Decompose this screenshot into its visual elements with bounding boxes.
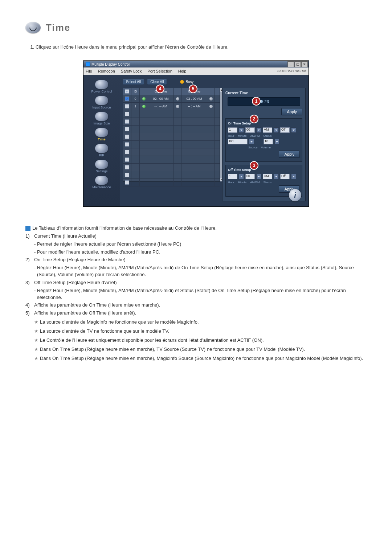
desc-4: Affiche les paramètres de On Time (Heure… (34, 302, 367, 309)
row-checkbox[interactable] (125, 173, 129, 177)
row-checkbox[interactable] (125, 142, 129, 147)
table-row[interactable] (123, 110, 220, 118)
desc-1-title: Current Time (Heure Actuelle) (34, 233, 367, 240)
lbl-ampm: AM/PM (250, 134, 260, 138)
row-checkbox[interactable] (125, 104, 129, 108)
on-status-input[interactable]: Off (280, 127, 290, 133)
row-checkbox[interactable] (125, 165, 129, 169)
select-all-button[interactable]: Select All (123, 79, 144, 85)
dropdown-icon[interactable] (274, 127, 279, 133)
dropdown-icon[interactable] (256, 127, 261, 133)
table-row[interactable] (123, 141, 220, 148)
lbl-ampm: AM/PM (250, 181, 260, 184)
table-row[interactable] (123, 148, 220, 156)
description-block: Le Tableau d'Information fournit l'infor… (25, 225, 367, 362)
dropdown-icon[interactable] (239, 174, 244, 179)
row-checkbox[interactable] (125, 127, 129, 131)
sidebar-item-time[interactable]: Time (95, 128, 108, 141)
dot-icon (176, 97, 179, 100)
desc-5: Affiche les paramètres de Off Time (Heur… (34, 310, 367, 317)
on-volume-input[interactable]: 10 (264, 139, 273, 144)
status-led-icon (142, 105, 146, 108)
callout-badge-2: 2 (250, 115, 258, 123)
row-checkbox[interactable] (125, 150, 129, 154)
sidebar: Power Control Input Source Image Size Ti… (83, 75, 120, 206)
menu-file[interactable]: File (86, 69, 92, 73)
row-checkbox[interactable] (125, 119, 129, 124)
on-hour-input[interactable]: 1 (228, 127, 237, 133)
current-time-title: Current Time (225, 91, 302, 95)
on-ampm-input[interactable]: AM (263, 127, 272, 133)
on-minute-input[interactable]: 00 (245, 127, 255, 133)
dropdown-icon[interactable] (239, 127, 244, 133)
menubar: File Remocon Safety Lock Port Selection … (83, 67, 309, 75)
dropdown-icon[interactable] (291, 127, 296, 133)
off-minute-input[interactable]: 00 (245, 174, 255, 179)
pip-icon (95, 144, 108, 153)
dropdown-icon[interactable] (274, 174, 279, 179)
lbl-source: Source (248, 146, 257, 149)
table-row[interactable]: 0 02 : 00 AM 03 : 00 AM (123, 95, 220, 103)
table-row[interactable] (123, 156, 220, 164)
clear-all-button[interactable]: Clear All (147, 79, 167, 85)
table-row[interactable] (123, 164, 220, 171)
row-checkbox[interactable] (125, 157, 129, 162)
on-source-input[interactable]: PC (228, 139, 248, 144)
dropdown-icon[interactable] (274, 139, 279, 144)
menu-help[interactable]: Help (178, 69, 187, 73)
table-row[interactable] (123, 133, 220, 141)
apply-button-on[interactable]: Apply (279, 151, 300, 158)
bullet-icon (25, 226, 30, 231)
menu-port-selection[interactable]: Port Selection (147, 69, 172, 73)
table-row[interactable] (123, 179, 220, 186)
close-button[interactable]: ✕ (301, 61, 308, 67)
table-row[interactable] (123, 118, 220, 126)
row-checkbox[interactable] (125, 97, 129, 101)
off-status-input[interactable]: Off (280, 174, 290, 179)
brand-label: SAMSUNG DIGITall (277, 69, 306, 73)
intro-list: Cliquez sur l'icône Heure dans le menu p… (36, 44, 367, 50)
off-ampm-input[interactable]: AM (263, 174, 272, 179)
table-row[interactable] (123, 126, 220, 133)
sidebar-item-pip[interactable]: PIP (95, 144, 108, 157)
info-icon[interactable]: i (289, 189, 301, 201)
settings-icon (95, 160, 108, 169)
app-icon (86, 62, 90, 66)
sidebar-item-settings[interactable]: Settings (95, 160, 108, 173)
sidebar-item-image-size[interactable]: Image Size (93, 112, 110, 125)
star-icon: ★ (34, 337, 38, 343)
row-checkbox[interactable] (125, 135, 129, 139)
col-id: ID (131, 88, 140, 95)
on-time-title: On Time Setup (228, 122, 300, 125)
sidebar-item-power-control[interactable]: Power Control (91, 80, 112, 93)
note-4: Dans On Time Setup (Réglage heure mise e… (40, 346, 305, 352)
note-3: Le Contrôle de l'Heure est uniquement di… (40, 337, 264, 343)
callout-badge-3: 3 (250, 161, 258, 170)
dropdown-icon[interactable] (249, 139, 254, 144)
lbl-status: Status (264, 181, 272, 184)
table-row[interactable]: 1 -- : -- AM -- : -- AM (123, 103, 220, 110)
imagesize-icon (95, 112, 108, 121)
header-check-all[interactable] (125, 89, 129, 94)
right-panel: Current Time 1 05:23 Apply 2 On Time Set… (222, 88, 306, 201)
dot-icon (209, 105, 213, 108)
apply-button-current[interactable]: Apply (281, 108, 302, 115)
maximize-button[interactable]: ▢ (294, 61, 301, 67)
row-checkbox[interactable] (125, 112, 129, 116)
table-row[interactable] (123, 171, 220, 179)
sidebar-item-input-source[interactable]: Input Source (92, 96, 111, 109)
desc-2-title: On Time Setup (Réglage Heure de Marche) (34, 257, 367, 263)
busy-dot-icon (180, 80, 184, 84)
dropdown-icon[interactable] (291, 174, 296, 179)
sidebar-item-maintenance[interactable]: Maintenance (92, 176, 111, 189)
lbl-status: Status (264, 134, 272, 138)
lbl-hour: Hour (228, 181, 234, 184)
intro-list-item: Cliquez sur l'icône Heure dans le menu p… (36, 44, 367, 50)
row-checkbox[interactable] (125, 180, 129, 185)
minimize-button[interactable]: _ (287, 61, 294, 67)
dropdown-icon[interactable] (256, 174, 261, 179)
off-hour-input[interactable]: 1 (228, 174, 237, 179)
menu-remocon[interactable]: Remocon (98, 69, 115, 73)
desc-2a: Réglez Hour (Heure), Minute (Minute), AM… (37, 264, 367, 278)
menu-safety-lock[interactable]: Safety Lock (121, 69, 142, 73)
